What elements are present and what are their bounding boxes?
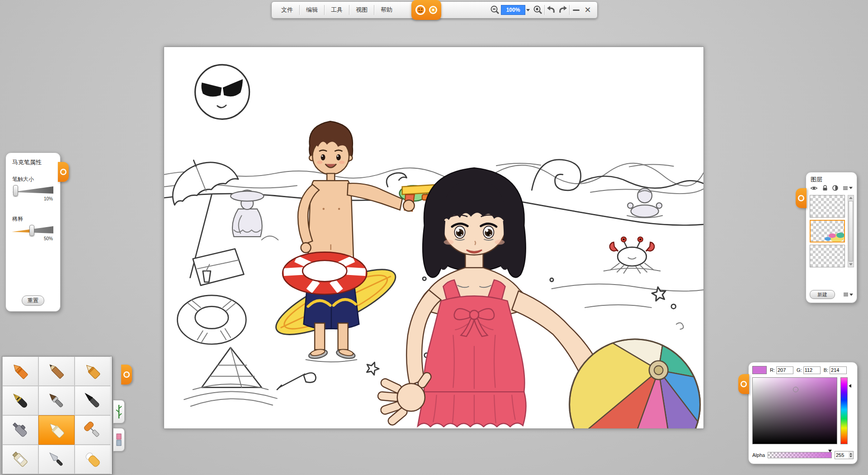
- layer-actions-menu[interactable]: [843, 292, 853, 297]
- paint-app-window: 文件 编辑 工具 视图 帮助 100%: [0, 0, 868, 475]
- zoom-level-field[interactable]: 100%: [501, 5, 525, 15]
- color-panel-collapse-handle[interactable]: [738, 374, 749, 394]
- swim-ring-outline: [177, 295, 246, 344]
- tool-paint-marker-selected[interactable]: [38, 415, 75, 445]
- menu-help[interactable]: 帮助: [375, 4, 398, 16]
- palette-knife-icon: [45, 448, 68, 471]
- menu-caret-icon: [849, 294, 853, 296]
- tool-fountain-pen[interactable]: [2, 386, 38, 415]
- color-picker-panel: R: G: B: Alpha: [748, 362, 858, 464]
- layers-panel-collapse-handle[interactable]: [796, 188, 807, 208]
- pattern-stamp-tab[interactable]: [113, 428, 125, 451]
- hue-strip[interactable]: [840, 377, 848, 444]
- layer-list-scrollbar[interactable]: [848, 195, 854, 267]
- tool-palette-knife[interactable]: [38, 445, 75, 474]
- layer-lock-icon[interactable]: [822, 185, 828, 191]
- zoom-out-button[interactable]: [489, 4, 501, 16]
- layers-panel-title: 图层: [811, 176, 822, 184]
- saturation-value-picker[interactable]: [752, 377, 837, 444]
- dilution-slider-handle[interactable]: [29, 225, 34, 236]
- zoom-in-button[interactable]: [532, 4, 544, 16]
- bamboo-brush-tab[interactable]: [113, 400, 125, 423]
- tool-marker[interactable]: [75, 356, 111, 386]
- tool-palette: [2, 356, 112, 475]
- sv-picker-cursor[interactable]: [793, 387, 798, 392]
- tool-crayon[interactable]: [2, 356, 38, 386]
- reset-button[interactable]: 重置: [22, 295, 44, 306]
- hue-marker-icon[interactable]: [849, 384, 851, 388]
- tool-paste-tube[interactable]: [2, 445, 38, 474]
- panel-handle-icon: [740, 380, 747, 388]
- alpha-value-field[interactable]: [835, 452, 849, 458]
- shovel: [277, 373, 316, 390]
- scroll-down-icon[interactable]: [849, 263, 853, 266]
- scroll-up-icon[interactable]: [849, 197, 853, 199]
- menu-file[interactable]: 文件: [275, 4, 299, 16]
- toolbar-separator: [349, 5, 349, 15]
- alpha-marker-icon[interactable]: [828, 450, 832, 452]
- layer-thumbnail-2-selected[interactable]: [810, 220, 845, 242]
- crab: [610, 237, 655, 273]
- toolbar-separator: [569, 5, 570, 15]
- close-button[interactable]: ✕: [582, 4, 594, 16]
- menu-edit[interactable]: 编辑: [300, 4, 324, 16]
- tool-roller[interactable]: [75, 415, 111, 445]
- menu-tools[interactable]: 工具: [325, 4, 349, 16]
- alpha-label: Alpha: [752, 452, 765, 458]
- zoom-dropdown-caret[interactable]: [526, 9, 530, 11]
- toolbar-handle[interactable]: [411, 0, 441, 20]
- marker-panel-title: 马克笔属性: [12, 158, 42, 166]
- panel-handle-icon: [123, 371, 130, 378]
- brush-size-label: 笔触大小: [12, 176, 34, 183]
- minimize-icon: [573, 10, 580, 11]
- tool-paint-brush[interactable]: [38, 386, 75, 415]
- airbrush-icon: [9, 419, 32, 442]
- alpha-spinner[interactable]: [849, 451, 853, 459]
- minimize-button[interactable]: [570, 4, 582, 16]
- tool-ink-brush[interactable]: [75, 386, 111, 415]
- crayon-icon: [9, 360, 32, 383]
- marker-icon: [81, 360, 104, 383]
- tool-palette-collapse-handle[interactable]: [121, 365, 132, 385]
- bamboo-icon: [116, 404, 122, 419]
- drawing-canvas[interactable]: [164, 47, 704, 429]
- app-logo-icon: [415, 4, 426, 16]
- current-color-swatch[interactable]: [752, 366, 767, 374]
- eraser-icon: [81, 448, 104, 471]
- alpha-slider[interactable]: [768, 452, 832, 458]
- panel-handle-icon: [797, 195, 805, 202]
- marker-panel-collapse-handle[interactable]: [58, 162, 69, 182]
- undo-button[interactable]: [545, 4, 557, 16]
- redo-icon: [557, 5, 568, 14]
- hamburger-icon: [843, 292, 849, 297]
- layer-options-menu[interactable]: [843, 186, 853, 190]
- close-icon: ✕: [584, 6, 591, 14]
- tool-eraser[interactable]: [75, 445, 111, 474]
- dilution-value: 50%: [44, 236, 53, 241]
- zoom-out-icon: [490, 5, 500, 15]
- tool-airbrush[interactable]: [2, 415, 38, 445]
- new-layer-button[interactable]: 新建: [810, 290, 835, 299]
- green-label: G:: [797, 367, 802, 373]
- green-value-field[interactable]: [803, 366, 821, 374]
- red-value-field[interactable]: [776, 366, 793, 374]
- layer-visibility-eye-icon[interactable]: [810, 185, 818, 191]
- stamp-icon: [116, 433, 122, 446]
- layer-thumbnail-3[interactable]: [810, 245, 845, 267]
- menu-view[interactable]: 视图: [350, 4, 373, 16]
- fountain-pen-icon: [9, 390, 32, 412]
- blue-value-field[interactable]: [830, 366, 847, 374]
- tool-pencil[interactable]: [38, 356, 75, 386]
- scrollbar-thumb[interactable]: [849, 201, 853, 261]
- layer-blend-mode-icon[interactable]: [832, 185, 838, 191]
- brush-size-slider-handle[interactable]: [13, 185, 18, 196]
- marker-properties-panel: 马克笔属性 笔触大小 10% 稀释 50% 重置: [5, 152, 61, 312]
- redo-button[interactable]: [557, 4, 569, 16]
- layers-panel: 图层: [806, 172, 857, 303]
- hamburger-icon: [843, 186, 848, 190]
- paste-tube-icon: [9, 448, 32, 471]
- pencil-icon: [45, 360, 68, 383]
- boy: [298, 121, 402, 362]
- layer-thumbnail-1[interactable]: [810, 195, 845, 218]
- beach-mat: [193, 249, 244, 285]
